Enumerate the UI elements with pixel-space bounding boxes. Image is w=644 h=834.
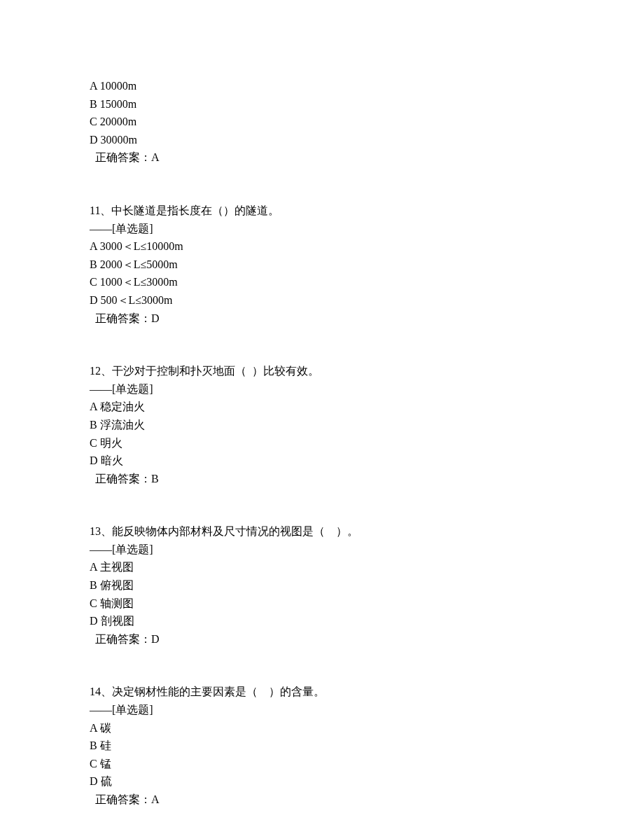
text-line: C 20000m: [90, 113, 554, 131]
text-line: ——[单选题]: [90, 701, 554, 719]
question-block: 11、中长隧道是指长度在（）的隧道。——[单选题]A 3000＜L≤10000m…: [90, 202, 554, 327]
text-line: C 轴测图: [90, 595, 554, 613]
question-block: 13、能反映物体内部材料及尺寸情况的视图是（ ）。——[单选题]A 主视图B 俯…: [90, 522, 554, 648]
text-line: B 15000m: [90, 95, 554, 113]
text-line: C 1000＜L≤3000m: [90, 273, 554, 291]
text-line: B 2000＜L≤5000m: [90, 256, 554, 274]
text-line: ——[单选题]: [90, 541, 554, 559]
text-line: 12、干沙对于控制和扑灭地面（ ）比较有效。: [90, 362, 554, 380]
text-line: 13、能反映物体内部材料及尺寸情况的视图是（ ）。: [90, 522, 554, 541]
answer-line: 正确答案：D: [90, 630, 554, 648]
text-line: A 稳定油火: [90, 398, 554, 416]
text-line: ——[单选题]: [90, 220, 554, 238]
document-page: A 10000mB 15000mC 20000mD 30000m正确答案：A11…: [0, 0, 644, 834]
text-line: D 硫: [90, 772, 554, 791]
text-line: D 暗火: [90, 452, 554, 470]
question-block: 12、干沙对于控制和扑灭地面（ ）比较有效。——[单选题]A 稳定油火B 浮流油…: [90, 362, 554, 487]
text-line: A 10000m: [90, 77, 554, 95]
text-line: C 锰: [90, 755, 554, 773]
answer-line: 正确答案：B: [90, 470, 554, 488]
text-line: B 浮流油火: [90, 416, 554, 434]
answer-line: 正确答案：A: [90, 791, 554, 809]
text-line: 14、决定钢材性能的主要因素是（ ）的含量。: [90, 683, 554, 701]
text-line: D 30000m: [90, 131, 554, 149]
question-block: A 10000mB 15000mC 20000mD 30000m正确答案：A: [90, 77, 554, 167]
text-line: D 500＜L≤3000m: [90, 291, 554, 310]
text-line: B 硅: [90, 737, 554, 755]
text-line: ——[单选题]: [90, 380, 554, 398]
text-line: D 剖视图: [90, 612, 554, 630]
text-line: A 3000＜L≤10000m: [90, 237, 554, 256]
text-line: A 主视图: [90, 558, 554, 576]
answer-line: 正确答案：A: [90, 148, 554, 167]
text-line: 11、中长隧道是指长度在（）的隧道。: [90, 202, 554, 220]
question-block: 14、决定钢材性能的主要因素是（ ）的含量。——[单选题]A 碳B 硅C 锰D …: [90, 683, 554, 808]
text-line: A 碳: [90, 719, 554, 737]
text-line: C 明火: [90, 434, 554, 452]
answer-line: 正确答案：D: [90, 310, 554, 328]
text-line: B 俯视图: [90, 576, 554, 595]
